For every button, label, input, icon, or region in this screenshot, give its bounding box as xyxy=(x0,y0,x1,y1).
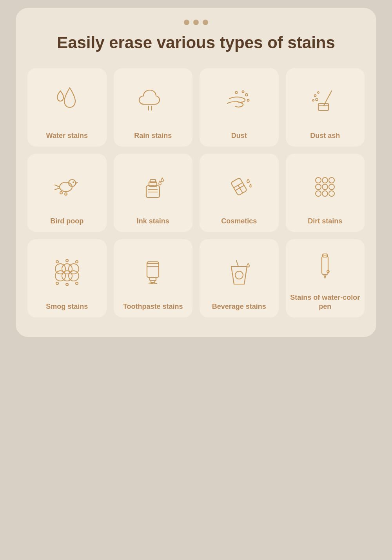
card-toothpaste-stains: Toothpaste stains xyxy=(114,239,193,317)
svg-point-11 xyxy=(312,100,314,101)
svg-point-27 xyxy=(316,178,321,183)
smog-stains-label: Smog stains xyxy=(46,302,88,311)
dust-ash-label: Dust ash xyxy=(310,131,340,140)
smog-stains-icon xyxy=(31,246,103,298)
beverage-stains-icon xyxy=(203,246,275,298)
beverage-stains-label: Beverage stains xyxy=(212,302,266,311)
card-watercolor-pen: Stains of water-color pen xyxy=(286,239,365,317)
svg-point-41 xyxy=(69,271,79,281)
dust-ash-icon xyxy=(290,75,361,127)
svg-point-31 xyxy=(322,184,328,190)
water-stains-icon xyxy=(31,75,103,127)
svg-rect-50 xyxy=(151,281,155,283)
svg-point-3 xyxy=(242,91,244,92)
water-stains-label: Water stains xyxy=(46,131,88,140)
watercolor-pen-icon xyxy=(290,246,361,289)
card-dust-ash: Dust ash xyxy=(286,68,365,147)
ink-stains-icon xyxy=(118,161,189,213)
rain-stains-icon xyxy=(118,75,189,127)
decorative-dots xyxy=(184,20,208,25)
rain-stains-label: Rain stains xyxy=(134,131,172,140)
card-ink-stains: Ink stains xyxy=(114,154,193,232)
dirt-stains-label: Dirt stains xyxy=(308,217,342,226)
page-title: Easily erase various types of stains xyxy=(57,33,335,53)
svg-point-44 xyxy=(76,261,78,263)
svg-point-17 xyxy=(65,193,67,195)
svg-point-35 xyxy=(329,191,334,196)
svg-point-10 xyxy=(318,92,319,93)
svg-point-42 xyxy=(56,261,58,263)
card-dust: Dust xyxy=(200,68,279,147)
card-dirt-stains: Dirt stains xyxy=(286,154,365,232)
card-rain-stains: Rain stains xyxy=(114,68,193,147)
dust-icon xyxy=(203,75,275,127)
dot-3 xyxy=(203,20,208,25)
card-cosmetics: Cosmetics xyxy=(200,154,279,232)
toothpaste-stains-icon xyxy=(118,246,189,298)
svg-rect-49 xyxy=(150,277,156,281)
card-bird-poop: Bird poop xyxy=(27,154,107,232)
svg-point-46 xyxy=(66,283,68,286)
svg-rect-18 xyxy=(146,186,160,198)
watercolor-pen-label: Stains of water-color pen xyxy=(290,293,361,312)
svg-point-43 xyxy=(66,259,68,262)
svg-point-32 xyxy=(329,184,334,190)
cosmetics-icon xyxy=(203,161,275,213)
svg-rect-48 xyxy=(147,262,159,277)
svg-point-45 xyxy=(56,282,58,285)
page-wrapper: Easily erase various types of stains Wat… xyxy=(16,8,376,337)
card-beverage-stains: Beverage stains xyxy=(200,239,279,317)
svg-rect-7 xyxy=(318,103,328,111)
svg-point-12 xyxy=(316,98,318,101)
svg-point-30 xyxy=(316,184,321,190)
card-water-stains: Water stains xyxy=(27,68,107,147)
svg-point-5 xyxy=(235,91,237,93)
dirt-stains-icon xyxy=(290,161,361,213)
svg-point-54 xyxy=(235,271,243,279)
svg-point-4 xyxy=(247,99,249,101)
svg-point-2 xyxy=(245,94,248,96)
stain-grid: Water stains Rain stains xyxy=(27,68,365,317)
svg-point-13 xyxy=(60,182,72,192)
dot-2 xyxy=(193,20,199,25)
card-smog-stains: Smog stains xyxy=(27,239,107,317)
svg-point-34 xyxy=(322,191,328,196)
svg-point-28 xyxy=(322,178,328,183)
svg-point-9 xyxy=(314,94,316,96)
dot-1 xyxy=(184,20,189,25)
dust-label: Dust xyxy=(231,131,247,140)
svg-point-33 xyxy=(316,191,321,196)
svg-point-15 xyxy=(73,181,74,183)
bird-poop-icon xyxy=(31,161,103,213)
bird-poop-label: Bird poop xyxy=(50,217,83,226)
ink-stains-label: Ink stains xyxy=(137,217,169,226)
svg-point-16 xyxy=(60,192,62,194)
toothpaste-stains-label: Toothpaste stains xyxy=(123,302,183,311)
svg-point-47 xyxy=(76,282,78,285)
cosmetics-label: Cosmetics xyxy=(221,217,257,226)
svg-point-29 xyxy=(329,178,334,183)
